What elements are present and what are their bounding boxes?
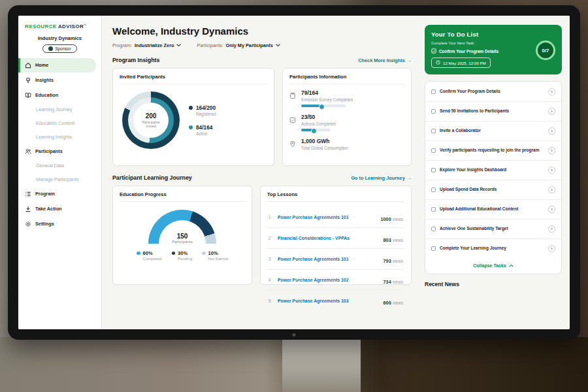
program-dropdown[interactable]: Program: Industrialize Zero bbox=[112, 42, 181, 48]
task-checkbox[interactable] bbox=[431, 148, 436, 153]
sidebar-item-participants[interactable]: Participants bbox=[18, 144, 101, 159]
sidebar-item-learning-insights[interactable]: Learning Insights bbox=[18, 131, 101, 144]
sidebar-item-education-content[interactable]: Education Content bbox=[18, 117, 101, 130]
sidebar-item-take-action[interactable]: Take Action bbox=[18, 202, 101, 216]
info-value: 79/164 bbox=[301, 90, 353, 96]
task-chevron-icon[interactable]: › bbox=[548, 245, 555, 252]
gauge-label: Participants bbox=[148, 240, 216, 244]
task-checkbox[interactable] bbox=[431, 207, 436, 212]
next-task-row[interactable]: Confirm Your Program Details bbox=[431, 48, 531, 54]
task-checkbox[interactable] bbox=[431, 246, 436, 251]
info-row: 1,000 GWh Total Global Consumption bbox=[289, 138, 404, 153]
task-chevron-icon[interactable]: › bbox=[548, 88, 555, 95]
task-checkbox[interactable] bbox=[431, 168, 436, 172]
education-gauge: 150 Participants bbox=[148, 210, 216, 244]
todo-panel: Your To Do List Complete Your Next Task:… bbox=[419, 16, 570, 329]
task-chevron-icon[interactable]: › bbox=[548, 225, 555, 233]
check-more-insights-link[interactable]: Check More Insights → bbox=[358, 57, 412, 63]
lesson-link[interactable]: Power Purchase Agreements 103 bbox=[278, 299, 380, 303]
invited-participants-card: Invited Participants 200 Participants In… bbox=[112, 68, 274, 166]
section-title: Program Insights bbox=[112, 57, 159, 63]
task-checkbox[interactable] bbox=[431, 109, 436, 114]
info-value: 1,000 GWh bbox=[301, 138, 348, 144]
task-checkbox[interactable] bbox=[431, 129, 436, 133]
arrow-right-icon: → bbox=[407, 175, 412, 181]
monitor-brand-logo bbox=[293, 333, 296, 336]
gear-icon bbox=[25, 221, 31, 227]
sidebar-item-education[interactable]: Education bbox=[18, 88, 101, 103]
sidebar-item-manage-participants[interactable]: Manage Participants bbox=[18, 173, 101, 186]
task-row[interactable]: Achieve One Sustainability Target › bbox=[425, 220, 561, 239]
program-insights-cards: Invited Participants 200 Participants In… bbox=[112, 68, 412, 166]
invited-chart-body: 200 Participants Invited 164/200 Registe bbox=[120, 90, 267, 149]
brand-secondary: ADVISOR bbox=[58, 24, 84, 29]
task-chevron-icon[interactable]: › bbox=[548, 127, 555, 135]
task-row[interactable]: Verify participants requesting to join t… bbox=[425, 141, 561, 161]
participants-information-card: Participants Information 79/164 Emission… bbox=[282, 68, 412, 166]
go-to-learning-journey-link[interactable]: Go to Learning Journey → bbox=[351, 175, 412, 181]
sidebar-item-program[interactable]: Program bbox=[18, 187, 101, 201]
card-title: Education Progress bbox=[120, 191, 245, 202]
task-checkbox[interactable] bbox=[431, 188, 436, 192]
main-content: Welcome, Industry Dynamics Program: Indu… bbox=[102, 16, 419, 329]
lesson-views-suffix: views bbox=[393, 238, 403, 242]
info-label: Emission Survey Completed bbox=[301, 97, 353, 102]
screen: RESOURCE ADVISOR+ Industry Dynamics Spon… bbox=[18, 16, 570, 329]
sidebar-item-general-data[interactable]: General Data bbox=[18, 159, 101, 172]
legend-dot-active bbox=[189, 125, 193, 129]
info-row: 79/164 Emission Survey Completed bbox=[289, 90, 404, 107]
sidebar-item-home[interactable]: Home bbox=[18, 58, 96, 73]
task-chevron-icon[interactable]: › bbox=[548, 206, 555, 213]
task-row[interactable]: Explore Your Insights Dashboard › bbox=[425, 161, 561, 180]
legend-label: Completed bbox=[143, 257, 162, 261]
lesson-views: 793views bbox=[384, 253, 403, 265]
collapse-tasks-button[interactable]: Collapse Tasks bbox=[425, 258, 561, 273]
location-pin-icon bbox=[289, 138, 297, 153]
todo-title: Your To Do List bbox=[431, 31, 531, 38]
lesson-link[interactable]: Financial Considerations - VPPAs bbox=[278, 236, 380, 240]
task-row[interactable]: Send 50 Invitations to Participants › bbox=[425, 102, 561, 122]
legend-item: 60% Completed bbox=[137, 250, 162, 261]
task-chevron-icon[interactable]: › bbox=[548, 186, 555, 193]
sidebar-item-label: Learning Journey bbox=[36, 106, 73, 112]
task-row[interactable]: Complete Your Learning Journey › bbox=[425, 239, 561, 258]
monitor-bezel: RESOURCE ADVISOR+ Industry Dynamics Spon… bbox=[8, 5, 580, 340]
legend-label: Active bbox=[196, 131, 212, 136]
background-photo: RESOURCE ADVISOR+ Industry Dynamics Spon… bbox=[0, 0, 588, 392]
sponsor-label: Sponsor bbox=[55, 46, 71, 51]
lesson-link[interactable]: Power Purchase Agreements 101 bbox=[278, 215, 377, 220]
sidebar-item-learning-journey[interactable]: Learning Journey bbox=[18, 103, 101, 116]
task-row[interactable]: Upload Spend Data Records › bbox=[425, 180, 561, 200]
program-dropdown-value: Industrialize Zero bbox=[135, 42, 174, 48]
book-icon bbox=[25, 92, 31, 99]
section-title: Participant Learning Journey bbox=[112, 174, 192, 181]
invited-donut-center: 200 Participants Invited bbox=[133, 103, 169, 138]
task-chevron-icon[interactable]: › bbox=[548, 167, 555, 174]
legend-value: 10% bbox=[208, 250, 228, 256]
sponsor-badge[interactable]: Sponsor bbox=[42, 44, 76, 53]
task-row[interactable]: Invite a Collaborator › bbox=[425, 122, 561, 141]
task-label: Invite a Collaborator bbox=[440, 128, 544, 134]
sidebar-item-insights[interactable]: Insights bbox=[18, 73, 101, 88]
sidebar-item-settings[interactable]: Settings bbox=[18, 217, 101, 231]
lesson-views: 600views bbox=[384, 295, 403, 307]
participants-dropdown[interactable]: Participants: Only My Participants bbox=[197, 42, 280, 48]
legend-value: 60% bbox=[143, 250, 162, 256]
task-chevron-icon[interactable]: › bbox=[548, 147, 555, 154]
lesson-link[interactable]: Power Purchase Agreements 101 bbox=[278, 257, 380, 261]
task-checkbox[interactable] bbox=[431, 227, 436, 231]
people-icon bbox=[25, 148, 31, 155]
sidebar-item-label: Home bbox=[35, 62, 48, 68]
legend-item: 30% Pending bbox=[172, 250, 193, 261]
task-row[interactable]: Upload Additional Educational Content › bbox=[425, 200, 561, 220]
lesson-link[interactable]: Power Purchase Agreements 102 bbox=[278, 278, 380, 282]
legend-dot-not-started bbox=[202, 252, 206, 255]
task-chevron-icon[interactable]: › bbox=[548, 108, 555, 115]
progress-bar bbox=[301, 105, 346, 107]
sidebar: RESOURCE ADVISOR+ Industry Dynamics Spon… bbox=[18, 16, 102, 329]
legend-label: Registered bbox=[196, 112, 216, 116]
next-task-label: Confirm Your Program Details bbox=[439, 49, 498, 54]
task-row[interactable]: Confirm Your Program Details › bbox=[425, 82, 561, 102]
progress-bar bbox=[301, 129, 331, 131]
task-checkbox[interactable] bbox=[431, 90, 436, 94]
